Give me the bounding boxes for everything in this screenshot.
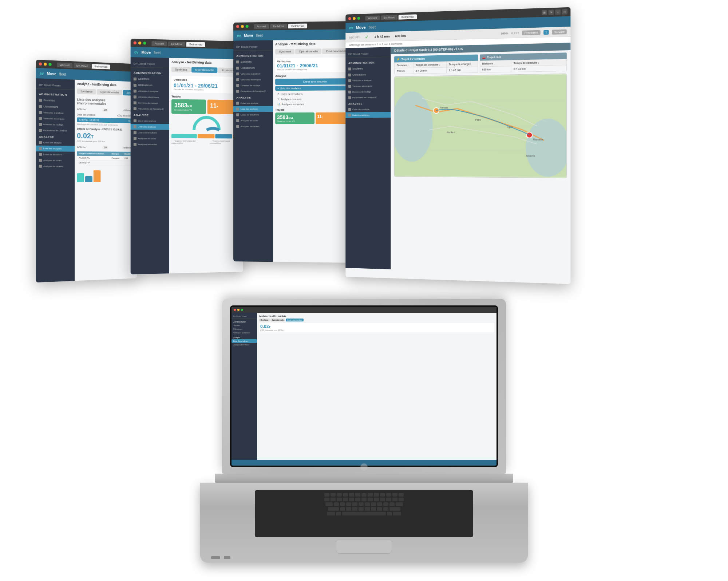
nav-tabs-4: Accueil Ev-Move Belnomad bbox=[365, 14, 417, 20]
close-dot[interactable] bbox=[39, 63, 42, 66]
tab-synthese-1[interactable]: Synthèse bbox=[77, 88, 96, 95]
tab-accueil-4[interactable]: Accueil bbox=[365, 15, 380, 20]
prev-btn-4[interactable]: Précédent bbox=[522, 30, 541, 35]
min-dot[interactable] bbox=[44, 63, 47, 66]
tab-op-3[interactable]: Opérationnelle bbox=[295, 48, 321, 54]
tab-belnomad-2[interactable]: Belnomad bbox=[186, 42, 205, 47]
nav-util-2[interactable]: Utilisateurs bbox=[131, 82, 169, 89]
nav-at-3[interactable]: Analyses terminées bbox=[233, 123, 273, 129]
ctrl-max[interactable]: □ bbox=[562, 9, 567, 15]
co2-label-1: CO2 économisé pour 100 km bbox=[77, 140, 135, 143]
nav-params-1[interactable]: Paramètres de l'analyse bbox=[36, 127, 75, 134]
nav-ve-3[interactable]: Véhicules électriques bbox=[233, 76, 273, 83]
min-dot-3[interactable] bbox=[241, 25, 244, 28]
analysis-row-1[interactable]: 27/07/21 15:29:31 0.11 bbox=[77, 117, 135, 123]
pa-icon-3 bbox=[236, 90, 239, 93]
brouillons-item-3[interactable]: ✕ Listes de brouillons bbox=[275, 91, 355, 96]
nav-encours-2[interactable]: Analyses en cours bbox=[131, 135, 169, 141]
min-dot-4[interactable] bbox=[353, 17, 356, 20]
nav-don-2[interactable]: Données de roulage bbox=[131, 100, 169, 106]
tab-operationnelle-2[interactable]: Opérationnelle bbox=[191, 67, 217, 73]
nav-cr-3[interactable]: Créer une analyse bbox=[233, 100, 273, 106]
nav-li-3[interactable]: Liste des analyses bbox=[233, 106, 273, 112]
nav-ec-3[interactable]: Analyses en cours bbox=[233, 118, 273, 123]
section-analyse-2: Analyse bbox=[131, 112, 169, 118]
tabs-row-1: Synthèse Opérationnelle Environnementale bbox=[77, 88, 135, 96]
tab-synthese-2[interactable]: Synthèse bbox=[171, 67, 191, 72]
key bbox=[371, 502, 376, 506]
mini-main: Analyse - testDriving data Synthèse Opér… bbox=[257, 313, 496, 460]
nav-dr-4[interactable]: Données de roulage bbox=[345, 88, 391, 95]
tab-evmove-2[interactable]: Ev-Move bbox=[168, 41, 186, 46]
tab-accueil[interactable]: Accueil bbox=[57, 62, 72, 68]
ctrl-grid[interactable]: ⊞ bbox=[542, 10, 547, 15]
tab-evmove[interactable]: Ev-Move bbox=[74, 63, 91, 68]
nav-pa-3[interactable]: Paramètres de l'analyse C bbox=[233, 88, 273, 94]
tab-accueil-3[interactable]: Accueil bbox=[254, 24, 269, 28]
terminees-icon bbox=[39, 165, 42, 168]
nav-util-4[interactable]: Utilisateurs bbox=[345, 71, 391, 78]
nav-li-4[interactable]: Liste des analyses bbox=[345, 112, 391, 118]
max-dot-4[interactable] bbox=[357, 17, 360, 20]
affichage-1: Affichage de l'élément 1 à 1 sur 1 éléme… bbox=[77, 123, 135, 126]
nav-brouillons-2[interactable]: Listes de brouillons bbox=[131, 130, 169, 136]
tab-belnomad-4[interactable]: Belnomad bbox=[399, 14, 417, 19]
tab-operationnelle-1[interactable]: Opérationnelle bbox=[97, 89, 122, 95]
tab-belnomad-3[interactable]: Belnomad bbox=[288, 23, 307, 28]
encours-item-3[interactable]: ↻ Analyses en cours bbox=[275, 96, 355, 102]
nav-creer-2[interactable]: Créer une analyse bbox=[131, 118, 169, 124]
min-dot-2[interactable] bbox=[138, 42, 141, 44]
nav-ve-4[interactable]: Véhicules électriques bbox=[345, 83, 391, 89]
logo-fleet-3: fleet bbox=[256, 33, 263, 37]
nav-util-3[interactable]: Utilisateurs bbox=[233, 64, 273, 71]
tab-syn-3[interactable]: Synthèse bbox=[275, 49, 294, 54]
liste-btn-3[interactable]: ≡ Liste des analyses bbox=[275, 86, 355, 91]
nav-veh-e-2[interactable]: Véhicules électriques bbox=[131, 94, 169, 100]
max-dot-3[interactable] bbox=[246, 25, 249, 28]
close-dot-3[interactable] bbox=[236, 25, 239, 28]
nav-liste-2[interactable]: Liste des analyses bbox=[131, 124, 169, 130]
nav-creer-1[interactable]: Créer une analyse bbox=[36, 139, 75, 146]
nav-donnees-1[interactable]: Données de roulage bbox=[36, 121, 75, 128]
key-space bbox=[342, 512, 386, 515]
keyboard bbox=[255, 490, 473, 537]
nav-liste-1[interactable]: Liste des analyses bbox=[36, 146, 75, 152]
max-dot[interactable] bbox=[48, 63, 51, 66]
lid-body: DP David Power Administration Sociétés U… bbox=[222, 299, 506, 474]
tab-evmove-3[interactable]: Ev-Move bbox=[270, 24, 287, 29]
nav-cr-4[interactable]: Créer une analyse bbox=[345, 106, 391, 112]
max-dot-2[interactable] bbox=[143, 42, 146, 44]
nav-encours-1[interactable]: Analyses en cours bbox=[36, 157, 75, 163]
terminees-item-3[interactable]: 📊 Analyses terminées bbox=[275, 101, 355, 107]
nav-par-2[interactable]: Paramètres de l'analyse C bbox=[131, 106, 169, 112]
key bbox=[355, 493, 360, 497]
key bbox=[361, 498, 367, 501]
key bbox=[386, 498, 391, 501]
ctrl-x[interactable]: ✕ bbox=[549, 9, 554, 15]
ctrl-min[interactable]: − bbox=[555, 9, 561, 15]
nav-va-3[interactable]: Véhicules à analyser bbox=[233, 71, 273, 77]
nav-br-3[interactable]: Listes de brouillons bbox=[233, 112, 273, 118]
tab-belnomad[interactable]: Belnomad bbox=[92, 64, 110, 69]
nav-terminees-1[interactable]: Analyses terminées bbox=[36, 163, 75, 169]
nav-veh-a-2[interactable]: Véhicules à analyser bbox=[131, 88, 169, 94]
nav-soc-3[interactable]: Sociétés bbox=[233, 58, 273, 65]
nav-pa-4[interactable]: Paramètres de l'analyse C bbox=[345, 94, 391, 100]
creer-btn-3[interactable]: Créer une analyse bbox=[275, 78, 355, 85]
tab-evmove-4[interactable]: Ev-Move bbox=[381, 15, 397, 20]
page-title-2: Analyse - testDriving data bbox=[171, 60, 241, 65]
close-dot-4[interactable] bbox=[348, 17, 351, 20]
sidebar-1: DP David Power Administration Sociétés U… bbox=[36, 78, 75, 282]
tab-accueil-2[interactable]: Accueil bbox=[152, 41, 167, 46]
next-btn-4[interactable]: Suivant bbox=[552, 29, 566, 34]
nav-dr-3[interactable]: Données de roulage bbox=[233, 82, 273, 88]
nav-brouillons-1[interactable]: Listes de brouillons bbox=[36, 151, 75, 158]
nav-societes-2[interactable]: Sociétés bbox=[131, 76, 169, 83]
close-dot-2[interactable] bbox=[134, 42, 136, 44]
nav-term-2[interactable]: Analyses terminées bbox=[131, 142, 169, 147]
soc-icon-4 bbox=[348, 67, 351, 70]
mini-analyse: Analyse bbox=[232, 336, 257, 339]
col-dist: Distance : bbox=[395, 62, 414, 68]
nav-va-4[interactable]: Véhicules à analyser bbox=[345, 77, 391, 84]
nav-veh-elec-1[interactable]: Véhicules électriques bbox=[36, 115, 75, 122]
